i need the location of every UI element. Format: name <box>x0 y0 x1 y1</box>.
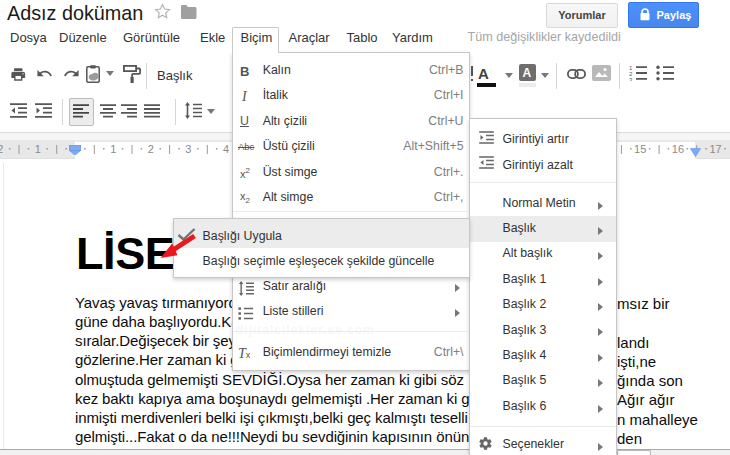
svg-text:3: 3 <box>629 77 633 82</box>
